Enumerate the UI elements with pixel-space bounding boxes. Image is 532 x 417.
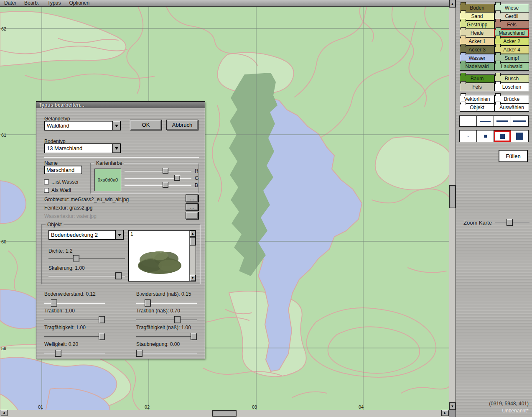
chevron-down-icon — [115, 147, 118, 151]
phys-slider[interactable] — [44, 299, 105, 307]
grobtextur-browse-button[interactable]: ... — [186, 194, 199, 202]
list-scroll-down-button[interactable]: ▼ — [190, 275, 196, 281]
slider-track[interactable] — [44, 336, 105, 337]
line-width-option-3[interactable] — [494, 116, 511, 126]
tool-button-l-schen[interactable]: Löschen — [494, 83, 529, 91]
mode-button-objekt[interactable]: Objekt — [460, 103, 494, 112]
slider-thumb[interactable] — [55, 350, 61, 357]
scroll-right-button[interactable]: ► — [441, 410, 449, 416]
grid-col-label: 03 — [252, 404, 257, 409]
line-width-selector — [459, 115, 529, 127]
line-width-option-1[interactable] — [460, 116, 477, 126]
slider-track[interactable] — [136, 320, 197, 320]
gelaendetyp-dropdown[interactable]: Waldland — [44, 121, 121, 130]
tool-button-fels[interactable]: Fels — [460, 83, 494, 91]
phys-slider[interactable] — [136, 333, 197, 340]
slider-thumb[interactable] — [174, 316, 181, 323]
phys-welligkeit: Welligkeit: 0.20 — [44, 341, 105, 357]
dialog-title-bar[interactable]: Typus bearbeiten... — [36, 102, 205, 108]
zoom-slider[interactable] — [495, 219, 529, 226]
dropdown-arrow-button[interactable] — [115, 230, 123, 239]
slider-track[interactable] — [136, 353, 197, 354]
skalierung-slider[interactable] — [48, 272, 125, 280]
terrain-button-nadelwald[interactable]: Nadelwald — [460, 62, 494, 71]
als-wadi-checkbox[interactable] — [44, 188, 49, 193]
vertical-scrollbar[interactable]: ▲ ▼ — [449, 0, 456, 410]
dichte-slider[interactable] — [48, 255, 125, 263]
point-size-option-2[interactable] — [477, 130, 494, 142]
phys-slider[interactable] — [136, 316, 197, 324]
menu-optionen[interactable]: Optionen — [65, 0, 94, 7]
slider-thumb[interactable] — [51, 299, 57, 307]
name-field[interactable]: Marschland — [44, 166, 82, 174]
dropdown-arrow-button[interactable] — [112, 121, 120, 130]
line-width-option-2[interactable] — [477, 116, 494, 126]
slider-thumb[interactable] — [174, 175, 180, 181]
color-r-slider[interactable] — [125, 168, 191, 174]
phys-slider[interactable] — [136, 299, 197, 307]
slider-track[interactable] — [125, 178, 191, 179]
slider-thumb[interactable] — [163, 168, 168, 174]
point-size-option-4[interactable] — [511, 130, 528, 142]
menu-bearb[interactable]: Bearb. — [20, 0, 43, 7]
slider-thumb[interactable] — [191, 333, 197, 340]
kartenfarbe-label: Kartenfarbe — [94, 160, 124, 166]
phys-slider[interactable] — [44, 333, 105, 340]
point-size-glyph — [468, 136, 468, 137]
scroll-left-button[interactable]: ◄ — [0, 410, 8, 416]
vertical-scroll-thumb[interactable] — [449, 185, 456, 208]
menu-typus[interactable]: Typus — [43, 0, 65, 7]
horizontal-scroll-thumb[interactable] — [212, 410, 237, 417]
point-size-option-1[interactable] — [460, 130, 477, 142]
list-item-label: 1 — [130, 231, 133, 237]
cancel-button[interactable]: Abbruch — [166, 120, 198, 130]
mode-button-grid: VektorlinienBrückeObjektAuswählen — [460, 95, 529, 112]
mode-button-ausw-hlen[interactable]: Auswählen — [494, 103, 529, 112]
point-size-option-3[interactable] — [494, 130, 511, 142]
slider-track[interactable] — [125, 185, 191, 186]
objekt-dropdown[interactable]: Bodenbedeckung 2 — [48, 230, 124, 240]
terrain-button-laubwald[interactable]: Laubwald — [494, 62, 529, 71]
slider-thumb[interactable] — [507, 219, 513, 226]
scroll-up-button[interactable]: ▲ — [449, 0, 456, 8]
slider-thumb[interactable] — [145, 299, 151, 307]
slider-track[interactable] — [44, 353, 105, 354]
menu-datei[interactable]: Datei — [0, 0, 20, 7]
slider-track[interactable] — [44, 320, 105, 320]
line-width-option-4[interactable] — [511, 116, 528, 126]
slider-thumb[interactable] — [99, 333, 105, 340]
slider-thumb[interactable] — [99, 316, 105, 323]
color-b-slider[interactable] — [125, 182, 191, 188]
grid-row-label: 62 — [1, 26, 6, 31]
channel-label: R — [195, 168, 199, 174]
list-scroll-thumb[interactable] — [190, 237, 196, 246]
typus-bearbeiten-dialog: Typus bearbeiten... Geländetyp Waldland … — [36, 101, 205, 359]
slider-thumb[interactable] — [136, 350, 143, 357]
grid-col-label: 04 — [359, 404, 364, 409]
slider-thumb[interactable] — [115, 272, 122, 279]
horizontal-scrollbar[interactable]: ◄ ► — [0, 410, 449, 417]
phys-tragf-higkeit-na: Tragfähigkeit (naß): 1.00 — [136, 325, 197, 340]
scroll-down-button[interactable]: ▼ — [449, 402, 456, 410]
wassertextur-browse-button[interactable] — [186, 212, 199, 219]
phys-slider[interactable] — [44, 316, 105, 324]
color-g-slider[interactable] — [125, 175, 191, 181]
slider-thumb[interactable] — [163, 182, 168, 188]
feintextur-browse-button[interactable]: ... — [186, 203, 199, 211]
slider-thumb[interactable] — [73, 255, 79, 262]
fill-button[interactable]: Füllen — [499, 150, 528, 162]
phys-slider-label: Staubneigung: 0.00 — [136, 341, 197, 347]
list-scroll-up-button[interactable]: ▲ — [190, 230, 196, 237]
dropdown-arrow-button[interactable] — [112, 144, 120, 153]
bodentyp-dropdown[interactable]: 13 Marschland — [44, 143, 121, 153]
ok-button[interactable]: OK — [130, 120, 162, 130]
list-scrollbar[interactable]: ▲ ▼ — [189, 230, 196, 281]
slider-track[interactable] — [48, 276, 125, 276]
object-preview-list[interactable]: 1 ▲ ▼ — [128, 230, 196, 281]
phys-slider[interactable] — [136, 350, 197, 357]
slider-track[interactable] — [136, 336, 197, 337]
phys-slider[interactable] — [44, 350, 105, 357]
slider-track[interactable] — [48, 258, 125, 259]
slider-track[interactable] — [125, 171, 191, 171]
ist-wasser-checkbox[interactable] — [44, 179, 49, 184]
